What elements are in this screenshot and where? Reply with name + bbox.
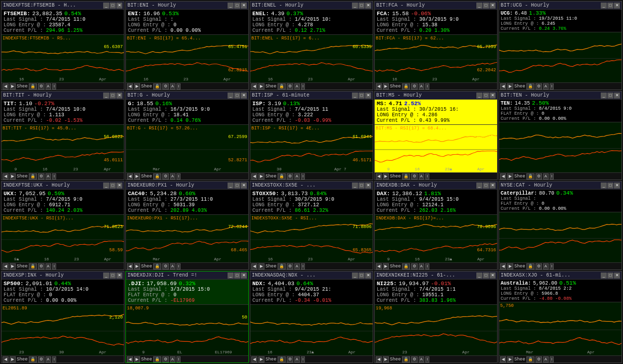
panel-close-btn-enel[interactable]: ✕ bbox=[365, 3, 371, 9]
nav-next-btn-stoxx50[interactable]: ▶ bbox=[258, 263, 264, 269]
panel-close-btn-ucg[interactable]: ✕ bbox=[614, 3, 620, 9]
panel-max-btn-enel[interactable]: □ bbox=[359, 3, 365, 9]
panel-close-btn-eni[interactable]: ✕ bbox=[241, 3, 247, 9]
panel-max-btn-ndx[interactable]: □ bbox=[359, 272, 365, 279]
panel-close-btn-dax[interactable]: ✕ bbox=[490, 183, 496, 189]
panel-max-btn-g[interactable]: □ bbox=[234, 93, 240, 99]
toolbar-btn-0-ndx[interactable]: 🔒 bbox=[278, 356, 286, 362]
toolbar-btn-3-dax[interactable]: I bbox=[425, 263, 429, 269]
toolbar-btn-2-g[interactable]: A bbox=[170, 173, 175, 179]
toolbar-btn-0-enel[interactable]: 🔒 bbox=[278, 83, 286, 89]
panel-max-btn-dji[interactable]: □ bbox=[234, 272, 240, 279]
toolbar-btn-2-dax[interactable]: A bbox=[419, 263, 424, 269]
panel-close-btn-tit[interactable]: ✕ bbox=[116, 93, 122, 99]
panel-max-btn-ten[interactable]: □ bbox=[607, 93, 613, 99]
toolbar-btn-2-dji[interactable]: A bbox=[170, 356, 175, 362]
toolbar-btn-1-spx[interactable]: ⚙ bbox=[38, 356, 45, 362]
panel-min-btn-xjo[interactable]: _ bbox=[601, 272, 607, 279]
toolbar-btn-0-ten[interactable]: 🔒 bbox=[526, 173, 535, 179]
panel-max-btn-ukx[interactable]: □ bbox=[110, 183, 116, 189]
panel-min-btn-ndx[interactable]: _ bbox=[352, 272, 358, 279]
toolbar-btn-3-fca[interactable]: I bbox=[425, 83, 429, 89]
toolbar-btn-0-eni[interactable]: 🔒 bbox=[153, 83, 161, 89]
nav-next-btn-ndx[interactable]: ▶ bbox=[258, 356, 264, 362]
toolbar-btn-1-ucg[interactable]: ⚙ bbox=[536, 83, 542, 89]
toolbar-btn-0-g[interactable]: 🔒 bbox=[153, 173, 161, 179]
toolbar-btn-0-cat[interactable]: 🔒 bbox=[526, 263, 535, 269]
panel-close-btn-ni225[interactable]: ✕ bbox=[490, 272, 496, 279]
panel-close-btn-stoxx50[interactable]: ✕ bbox=[365, 183, 371, 189]
panel-min-btn-ms[interactable]: _ bbox=[476, 93, 482, 99]
toolbar-btn-1-eni[interactable]: ⚙ bbox=[162, 83, 169, 89]
toolbar-btn-0-ucg[interactable]: 🔒 bbox=[526, 83, 535, 89]
nav-next-btn-tit[interactable]: ▶ bbox=[10, 173, 16, 179]
toolbar-btn-0-ftsemib[interactable]: 🔒 bbox=[29, 83, 37, 89]
toolbar-btn-3-cac40[interactable]: I bbox=[176, 263, 181, 269]
panel-max-btn-xjo[interactable]: □ bbox=[607, 272, 613, 279]
toolbar-btn-3-cat[interactable]: I bbox=[550, 263, 554, 269]
panel-min-btn-stoxx50[interactable]: _ bbox=[352, 183, 358, 189]
panel-min-btn-dji[interactable]: _ bbox=[228, 272, 234, 279]
toolbar-btn-2-enel[interactable]: A bbox=[294, 83, 300, 89]
toolbar-btn-3-spx[interactable]: I bbox=[52, 356, 56, 362]
toolbar-btn-3-ndx[interactable]: I bbox=[301, 356, 305, 362]
panel-max-btn-eni[interactable]: □ bbox=[234, 3, 240, 9]
toolbar-btn-3-eni[interactable]: I bbox=[176, 83, 181, 89]
toolbar-btn-2-ni225[interactable]: A bbox=[419, 356, 424, 362]
nav-next-btn-cac40[interactable]: ▶ bbox=[134, 263, 140, 269]
panel-max-btn-ni225[interactable]: □ bbox=[483, 272, 489, 279]
nav-prev-btn-isp[interactable]: ◀ bbox=[251, 173, 257, 179]
nav-next-btn-ni225[interactable]: ▶ bbox=[383, 356, 389, 362]
toolbar-btn-0-xjo[interactable]: 🔒 bbox=[526, 356, 535, 362]
toolbar-btn-3-ucg[interactable]: I bbox=[550, 83, 554, 89]
panel-min-btn-g[interactable]: _ bbox=[228, 93, 234, 99]
toolbar-btn-0-spx[interactable]: 🔒 bbox=[29, 356, 37, 362]
nav-prev-btn-fca[interactable]: ◀ bbox=[376, 83, 382, 89]
toolbar-btn-0-ni225[interactable]: 🔒 bbox=[402, 356, 410, 362]
toolbar-btn-1-enel[interactable]: ⚙ bbox=[287, 83, 293, 89]
toolbar-btn-1-dax[interactable]: ⚙ bbox=[411, 263, 418, 269]
panel-min-btn-ukx[interactable]: _ bbox=[103, 183, 109, 189]
toolbar-btn-3-enel[interactable]: I bbox=[301, 83, 305, 89]
toolbar-btn-2-cac40[interactable]: A bbox=[170, 263, 175, 269]
toolbar-btn-3-xjo[interactable]: I bbox=[550, 356, 554, 362]
nav-next-btn-dji[interactable]: ▶ bbox=[134, 356, 140, 362]
panel-min-btn-dax[interactable]: _ bbox=[476, 183, 482, 189]
nav-prev-btn-ms[interactable]: ◀ bbox=[376, 173, 382, 179]
nav-prev-btn-ftsemib[interactable]: ◀ bbox=[3, 83, 9, 89]
nav-prev-btn-ni225[interactable]: ◀ bbox=[376, 356, 382, 362]
toolbar-btn-1-ni225[interactable]: ⚙ bbox=[411, 356, 418, 362]
panel-max-btn-fca[interactable]: □ bbox=[483, 3, 489, 9]
toolbar-btn-3-isp[interactable]: I bbox=[301, 173, 305, 179]
panel-max-btn-ms[interactable]: □ bbox=[483, 93, 489, 99]
nav-next-btn-ten[interactable]: ▶ bbox=[507, 173, 513, 179]
nav-next-btn-xjo[interactable]: ▶ bbox=[507, 356, 513, 362]
panel-min-btn-spx[interactable]: _ bbox=[103, 272, 109, 279]
nav-next-btn-fca[interactable]: ▶ bbox=[383, 83, 389, 89]
panel-close-btn-ms[interactable]: ✕ bbox=[490, 93, 496, 99]
nav-prev-btn-eni[interactable]: ◀ bbox=[127, 83, 133, 89]
nav-next-btn-eni[interactable]: ▶ bbox=[134, 83, 140, 89]
toolbar-btn-1-ndx[interactable]: ⚙ bbox=[287, 356, 293, 362]
panel-min-btn-isp[interactable]: _ bbox=[352, 93, 358, 99]
toolbar-btn-2-stoxx50[interactable]: A bbox=[294, 263, 300, 269]
panel-max-btn-ucg[interactable]: □ bbox=[607, 3, 613, 9]
panel-close-btn-isp[interactable]: ✕ bbox=[365, 93, 371, 99]
nav-prev-btn-tit[interactable]: ◀ bbox=[3, 173, 9, 179]
nav-prev-btn-dji[interactable]: ◀ bbox=[127, 356, 133, 362]
nav-prev-btn-ucg[interactable]: ◀ bbox=[500, 83, 506, 89]
nav-next-btn-isp[interactable]: ▶ bbox=[258, 173, 264, 179]
nav-next-btn-spx[interactable]: ▶ bbox=[10, 356, 16, 362]
toolbar-btn-2-spx[interactable]: A bbox=[46, 356, 51, 362]
panel-close-btn-dji[interactable]: ✕ bbox=[241, 272, 247, 279]
toolbar-btn-3-tit[interactable]: I bbox=[52, 173, 56, 179]
panel-min-btn-eni[interactable]: _ bbox=[228, 3, 234, 9]
toolbar-btn-3-ukx[interactable]: I bbox=[52, 263, 56, 269]
toolbar-btn-2-tit[interactable]: A bbox=[46, 173, 51, 179]
toolbar-btn-0-stoxx50[interactable]: 🔒 bbox=[278, 263, 286, 269]
panel-min-btn-ucg[interactable]: _ bbox=[601, 3, 607, 9]
toolbar-btn-0-tit[interactable]: 🔒 bbox=[29, 173, 37, 179]
nav-next-btn-g[interactable]: ▶ bbox=[134, 173, 140, 179]
panel-max-btn-cat[interactable]: □ bbox=[607, 183, 613, 189]
toolbar-btn-2-ucg[interactable]: A bbox=[543, 83, 549, 89]
